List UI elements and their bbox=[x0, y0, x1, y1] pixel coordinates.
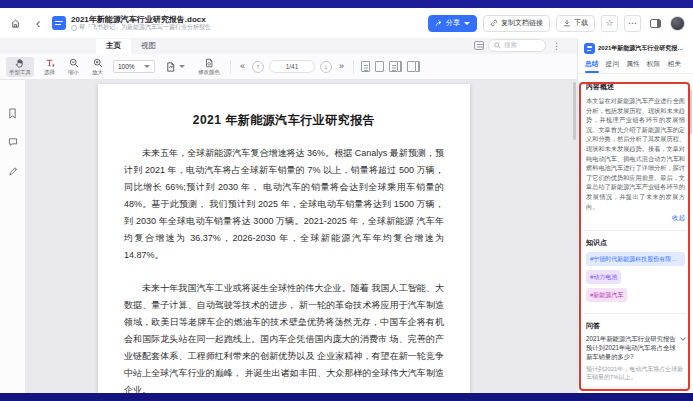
knowledge-chip[interactable]: #新能源汽车 bbox=[586, 288, 627, 302]
share-button[interactable]: 分享 bbox=[428, 15, 477, 32]
chevron-down-icon bbox=[680, 335, 686, 341]
panel-divider bbox=[584, 313, 687, 314]
single-page-view-icon[interactable] bbox=[361, 61, 370, 72]
panel-content: 内容概述 本文旨在对新能源汽车产业进行全面分析，包括发展历程、现状和未来趋势，并… bbox=[578, 74, 693, 393]
home-icon[interactable] bbox=[6, 14, 24, 32]
knowledge-chip[interactable]: #动力电池 bbox=[586, 270, 621, 284]
search-input[interactable]: 搜索 bbox=[488, 39, 546, 52]
last-page-button[interactable]: » bbox=[337, 61, 346, 72]
zoom-level-select[interactable]: 100% bbox=[113, 60, 155, 73]
panel-tab-properties[interactable]: 属性 bbox=[626, 59, 640, 73]
document-subtitle: 帮『飞书妙记』为新能源汽车写一篇行业分析报告 bbox=[71, 24, 211, 31]
doc-icon bbox=[52, 16, 66, 30]
tab-home[interactable]: 主页 bbox=[96, 39, 131, 54]
overview-body: 本文旨在对新能源汽车产业进行全面分析，包括发展历程、现状和未来趋势，并梳理产业链… bbox=[586, 96, 685, 211]
collapse-link[interactable]: 收起 bbox=[586, 214, 685, 223]
chevron-down-icon bbox=[179, 65, 185, 68]
panel-tab-summary[interactable]: 总结 bbox=[585, 59, 599, 73]
panel-divider bbox=[584, 230, 687, 231]
tab-view[interactable]: 视图 bbox=[131, 39, 166, 54]
search-placeholder: 搜索 bbox=[504, 41, 517, 50]
ribbon-tabs-row: 主页 视图 搜索 ⋮ bbox=[0, 38, 577, 54]
document-title: 2021年新能源汽车行业研究报告.docx bbox=[71, 15, 211, 24]
window-top-strip bbox=[0, 0, 693, 8]
panel-tab-related[interactable]: 相关 bbox=[667, 59, 681, 73]
comment-icon[interactable] bbox=[6, 135, 20, 149]
knowledge-chip[interactable]: #宁德时代新能源科技股份有限公司 bbox=[586, 252, 685, 266]
outline-panel-icon[interactable] bbox=[474, 41, 484, 50]
hand-icon bbox=[15, 58, 25, 68]
toolbar-divider bbox=[230, 60, 231, 74]
more-options-icon[interactable]: ⋯ bbox=[624, 15, 641, 32]
hand-tool-button[interactable]: 手型工具 bbox=[6, 57, 34, 77]
select-tool-button[interactable]: 选择 bbox=[41, 57, 58, 77]
prompt-icon bbox=[71, 25, 77, 31]
qa-question-expanded[interactable]: 2021年新能源汽车行业研究报告预计到2021年电动汽车将占全球新车销量的多少? bbox=[586, 335, 685, 361]
pdf-toolbar: 手型工具 选择 缩小 放大 100% 修改颜 bbox=[0, 54, 577, 80]
share-caret-icon bbox=[464, 22, 470, 25]
continuous-view-icon[interactable] bbox=[407, 61, 416, 72]
page-title: 2021 年新能源汽车行业研究报告 bbox=[124, 112, 444, 129]
recolor-page-icon bbox=[204, 58, 214, 68]
paragraph: 未来五年，全球新能源汽车复合增速将达 36%。根据 Canalys 最新预测，预… bbox=[124, 145, 444, 264]
back-chevron-icon[interactable]: ‹ bbox=[29, 14, 47, 32]
zoom-out-button[interactable]: 缩小 bbox=[65, 57, 82, 77]
first-page-button[interactable]: « bbox=[238, 61, 247, 72]
zoom-out-icon bbox=[69, 58, 79, 68]
document-canvas[interactable]: 2021 年新能源汽车行业研究报告 未来五年，全球新能源汽车复合增速将达 36%… bbox=[26, 80, 577, 393]
ai-summary-panel: 2021年新能源汽车行业研究报告.docx 总结 提问 属性 权限 相关 内容概… bbox=[577, 38, 693, 393]
qa-divider bbox=[586, 387, 685, 388]
overview-title: 内容概述 bbox=[586, 82, 685, 92]
knowledge-title: 知识点 bbox=[586, 238, 685, 248]
panel-doc-name: 2021年新能源汽车行业研究报告.docx bbox=[598, 44, 687, 53]
document-scrollbar[interactable] bbox=[573, 82, 576, 140]
prev-page-button[interactable]: ↑ bbox=[252, 61, 264, 73]
document-page: 2021 年新能源汽车行业研究报告 未来五年，全球新能源汽车复合增速将达 36%… bbox=[98, 84, 470, 393]
app-header: ‹ 2021年新能源汽车行业研究报告.docx 帮『飞书妙记』为新能源汽车写一篇… bbox=[0, 8, 693, 38]
panel-tabs: 总结 提问 属性 权限 相关 bbox=[578, 57, 693, 74]
next-page-button[interactable]: ↓ bbox=[320, 61, 332, 73]
doc-icon bbox=[584, 43, 595, 54]
avatar[interactable] bbox=[670, 16, 685, 31]
panel-tab-permissions[interactable]: 权限 bbox=[647, 59, 661, 73]
left-rail bbox=[0, 80, 26, 393]
pen-icon[interactable] bbox=[6, 164, 20, 178]
star-icon[interactable]: ☆ bbox=[601, 15, 618, 32]
search-icon bbox=[494, 42, 501, 49]
rotate-page-button[interactable] bbox=[162, 60, 188, 74]
qa-title: 问答 bbox=[586, 321, 685, 331]
link-icon bbox=[490, 19, 498, 27]
two-page-view-icon[interactable] bbox=[389, 61, 398, 72]
panel-tab-ask[interactable]: 提问 bbox=[606, 59, 620, 73]
page-indicator-input[interactable]: 1/41 bbox=[269, 60, 315, 73]
chevron-down-icon bbox=[144, 65, 150, 68]
zoom-in-button[interactable]: 放大 bbox=[89, 57, 106, 77]
paragraph: 未来十年我国汽车工业或将诞生全球性的伟大企业。随着 我国人工智能、大数据、量子计… bbox=[124, 280, 444, 393]
panel-toggle-icon[interactable] bbox=[647, 15, 664, 32]
recolor-button[interactable]: 修改颜色 bbox=[195, 57, 223, 77]
panel-scrollbar[interactable] bbox=[690, 90, 693, 134]
download-icon bbox=[563, 19, 571, 27]
bookmark-icon[interactable] bbox=[6, 106, 20, 120]
fit-page-view-icon[interactable] bbox=[375, 61, 384, 72]
qa-answer: 预计到2021年，电动汽车将占全球新车销量的7%以上。 bbox=[586, 365, 685, 382]
rotate-page-icon bbox=[165, 61, 176, 73]
text-select-icon bbox=[45, 58, 55, 68]
toolbar-divider bbox=[353, 60, 354, 74]
copy-link-button[interactable]: 复制文档链接 bbox=[483, 15, 550, 32]
window-bottom-strip bbox=[0, 393, 693, 401]
kebab-menu-icon[interactable]: ⋮ bbox=[550, 41, 563, 51]
download-button[interactable]: 下载 bbox=[556, 15, 595, 32]
zoom-in-icon bbox=[93, 58, 103, 68]
share-icon bbox=[435, 19, 443, 27]
